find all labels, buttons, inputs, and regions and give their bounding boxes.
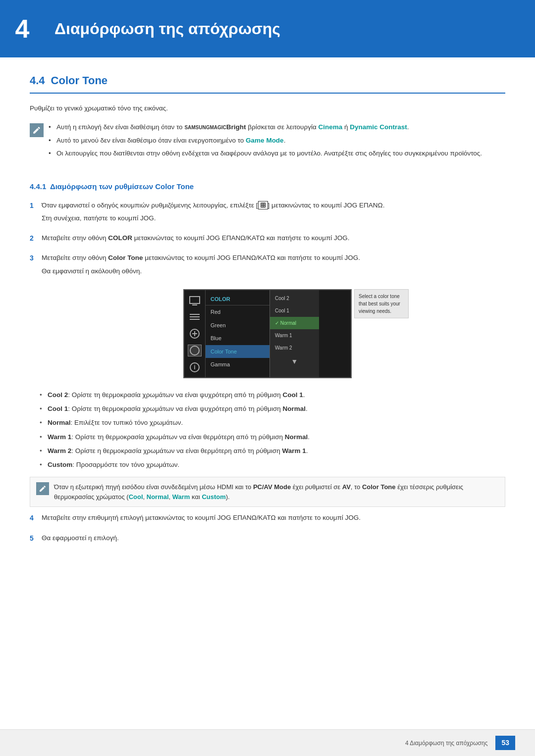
menu-header: COLOR: [206, 293, 269, 306]
chapter-number: 4: [15, 9, 30, 48]
step-number-1: 1: [30, 201, 42, 211]
footer-page-number: 53: [495, 736, 515, 750]
description: Ρυθμίζει το γενικό χρωματικό τόνο της ει…: [30, 103, 505, 113]
gear-icon: [190, 346, 200, 355]
step-number-4: 4: [30, 513, 42, 523]
steps-list: 1 Όταν εμφανιστεί ο οδηγός κουμπιών ρυθμ…: [30, 201, 505, 279]
step-content-2: Μεταβείτε στην οθόνη COLOR μετακινώντας …: [42, 233, 505, 246]
step-number-3: 3: [30, 253, 42, 263]
sidebar-icon-active: [188, 345, 202, 356]
menu-panel: COLOR Red Green Blue Color Tone Gamma: [205, 290, 269, 377]
chapter-title: Διαμόρφωση της απόχρωσης: [45, 17, 280, 41]
inline-note-icon: [36, 482, 49, 495]
submenu-arrow-down: ▼: [270, 354, 319, 369]
subsection-number: 4.4.1: [30, 182, 46, 191]
detail-custom: Custom: Προσαρμόστε τον τόνο χρωμάτων.: [40, 460, 505, 470]
screen-container: i COLOR Red Green Blue Color Tone Gamma …: [183, 289, 352, 378]
page-footer: 4 Διαμόρφωση της απόχρωσης 53: [0, 729, 535, 756]
screen-illustration: i COLOR Red Green Blue Color Tone Gamma …: [30, 289, 505, 378]
subsection-title: Διαμόρφωση των ρυθμίσεων Color Tone: [48, 182, 194, 191]
section-title: Color Tone: [51, 72, 107, 89]
step-5: 5 Θα εφαρμοστεί η επιλογή.: [30, 533, 505, 546]
step-number-5: 5: [30, 533, 42, 544]
submenu-panel: Cool 2 Cool 1 Normal Warm 1 Warm 2 ▼: [269, 290, 319, 377]
info-icon: i: [190, 362, 200, 372]
step-content-1: Όταν εμφανιστεί ο οδηγός κουμπιών ρυθμιζ…: [42, 201, 505, 227]
detail-normal: Normal: Επιλέξτε τον τυπικό τόνο χρωμάτω…: [40, 418, 505, 428]
subsection-heading: 4.4.1 Διαμόρφωση των ρυθμίσεων Color Ton…: [30, 181, 505, 193]
section-heading: 4.4 Color Tone: [30, 72, 505, 94]
note-box: Αυτή η επιλογή δεν είναι διαθέσιμη όταν …: [30, 122, 505, 169]
step-content-4: Μεταβείτε στην επιθυμητή επιλογή μετακιν…: [42, 513, 505, 526]
detail-list: Cool 2: Ορίστε τη θερμοκρασία χρωμάτων ν…: [40, 390, 505, 470]
monitor-icon: [189, 296, 200, 304]
tooltip-box: Select a color tone that best suits your…: [354, 289, 409, 318]
detail-warm1: Warm 1: Ορίστε τη θερμοκρασία χρωμάτων ν…: [40, 432, 505, 442]
menu-item-blue: Blue: [206, 332, 269, 345]
menu-item-colortone: Color Tone: [206, 345, 269, 358]
main-content: 4.4 Color Tone Ρυθμίζει το γενικό χρωματ…: [0, 72, 535, 593]
screen-wrapper: i COLOR Red Green Blue Color Tone Gamma …: [183, 289, 352, 378]
step-content-5: Θα εφαρμοστεί η επιλογή.: [42, 533, 505, 546]
inline-note: Όταν η εξωτερική πηγή εισόδου είναι συνδ…: [30, 477, 505, 507]
step-4: 4 Μεταβείτε στην επιθυμητή επιλογή μετακ…: [30, 513, 505, 526]
cross-icon: [190, 329, 200, 339]
menu-item-gamma: Gamma: [206, 358, 269, 371]
sidebar-icon-info: i: [188, 361, 202, 373]
step-content-3: Μεταβείτε στην οθόνη Color Tone μετακινώ…: [42, 253, 505, 279]
sidebar-icons: i: [184, 290, 205, 377]
footer-text: 4 Διαμόρφωση της απόχρωσης: [405, 739, 487, 748]
notes-list: Αυτή η επιλογή δεν είναι διαθέσιμη όταν …: [49, 122, 482, 161]
pencil-icon: [32, 126, 41, 135]
sidebar-icon-lines: [188, 311, 202, 323]
chapter-number-box: 4: [0, 9, 45, 49]
submenu-cool2: Cool 2: [270, 292, 319, 304]
pencil-note-icon: [39, 485, 47, 493]
note-item-2: Αυτό το μενού δεν είναι διαθέσιμο όταν ε…: [49, 136, 482, 146]
menu-item-red: Red: [206, 305, 269, 319]
inline-note-text: Όταν η εξωτερική πηγή εισόδου είναι συνδ…: [54, 482, 499, 502]
step-number-2: 2: [30, 233, 42, 244]
menu-item-green: Green: [206, 319, 269, 332]
submenu-warm1: Warm 1: [270, 329, 319, 342]
step-1: 1 Όταν εμφανιστεί ο οδηγός κουμπιών ρυθμ…: [30, 201, 505, 227]
submenu-warm2: Warm 2: [270, 342, 319, 354]
lines-icon: [190, 314, 200, 320]
submenu-cool1: Cool 1: [270, 304, 319, 317]
sidebar-icon-monitor: [188, 294, 202, 306]
submenu-normal: Normal: [270, 317, 319, 329]
step-2: 2 Μεταβείτε στην οθόνη COLOR μετακινώντα…: [30, 233, 505, 246]
detail-warm2: Warm 2: Ορίστε η θερμοκρασία χρωμάτων να…: [40, 446, 505, 456]
note-icon: [30, 123, 44, 137]
detail-cool1: Cool 1: Ορίστε τη θερμοκρασία χρωμάτων ν…: [40, 404, 505, 414]
sidebar-icon-cross: [188, 328, 202, 340]
detail-cool2: Cool 2: Ορίστε τη θερμοκρασία χρωμάτων ν…: [40, 390, 505, 400]
step-3: 3 Μεταβείτε στην οθόνη Color Tone μετακι…: [30, 253, 505, 279]
page-header: 4 Διαμόρφωση της απόχρωσης: [0, 0, 535, 57]
section-number: 4.4: [30, 72, 45, 89]
note-item-1: Αυτή η επιλογή δεν είναι διαθέσιμη όταν …: [49, 122, 482, 132]
note-item-3: Οι λειτουργίες που διατίθενται στην οθόν…: [49, 149, 482, 158]
